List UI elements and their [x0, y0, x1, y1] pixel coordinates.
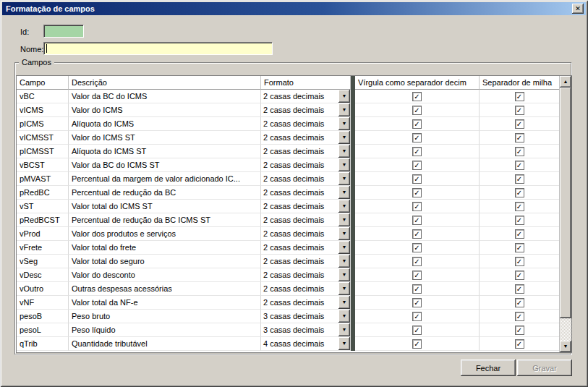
formato-combobox[interactable]: 2 casas decimais ▼ — [261, 103, 351, 117]
formato-combobox[interactable]: 3 casas decimais ▼ — [261, 323, 351, 337]
milhar-checkbox[interactable]: ✓ — [515, 229, 524, 239]
title-bar[interactable]: Formatação de campos ✕ — [2, 2, 586, 15]
table-row[interactable]: vFrete Valor total do frete 2 casas deci… — [17, 241, 559, 255]
virgula-checkbox[interactable]: ✓ — [412, 243, 422, 252]
table-row[interactable]: vICMS Valor do ICMS 2 casas decimais ▼ ✓… — [17, 103, 559, 117]
milhar-checkbox[interactable]: ✓ — [515, 257, 524, 266]
table-row[interactable]: pRedBCST Percentual de redução da BC ICM… — [17, 213, 559, 227]
virgula-checkbox[interactable]: ✓ — [412, 188, 422, 197]
virgula-checkbox[interactable]: ✓ — [412, 326, 422, 335]
virgula-checkbox[interactable]: ✓ — [412, 216, 422, 225]
combo-dropdown-icon[interactable]: ▼ — [338, 310, 350, 323]
formato-combobox[interactable]: 2 casas decimais ▼ — [261, 158, 351, 172]
milhar-checkbox[interactable]: ✓ — [515, 284, 524, 294]
combo-dropdown-icon[interactable]: ▼ — [338, 103, 350, 116]
combo-dropdown-icon[interactable]: ▼ — [338, 145, 350, 158]
combo-dropdown-icon[interactable]: ▼ — [338, 241, 350, 254]
combo-dropdown-icon[interactable]: ▼ — [338, 255, 350, 268]
combo-dropdown-icon[interactable]: ▼ — [338, 131, 350, 144]
combo-dropdown-icon[interactable]: ▼ — [338, 172, 350, 185]
combo-dropdown-icon[interactable]: ▼ — [338, 213, 350, 226]
formato-combobox[interactable]: 2 casas decimais ▼ — [261, 227, 351, 241]
virgula-checkbox[interactable]: ✓ — [412, 312, 422, 321]
scrollbar-thumb[interactable] — [560, 88, 571, 318]
combo-dropdown-icon[interactable]: ▼ — [338, 323, 350, 336]
table-row[interactable]: vDesc Valor do desconto 2 casas decimais… — [17, 268, 559, 282]
formato-combobox[interactable]: 3 casas decimais ▼ — [261, 310, 351, 323]
virgula-checkbox[interactable]: ✓ — [412, 271, 422, 280]
virgula-checkbox[interactable]: ✓ — [412, 119, 422, 129]
combo-dropdown-icon[interactable]: ▼ — [338, 90, 350, 103]
virgula-checkbox[interactable]: ✓ — [412, 284, 422, 294]
virgula-checkbox[interactable]: ✓ — [412, 174, 422, 184]
formato-combobox[interactable]: 2 casas decimais ▼ — [261, 145, 351, 158]
formato-combobox[interactable]: 2 casas decimais ▼ — [261, 268, 351, 282]
table-row[interactable]: qTrib Quantidade tributável 4 casas deci… — [17, 337, 559, 351]
milhar-checkbox[interactable]: ✓ — [515, 147, 524, 156]
formato-combobox[interactable]: 2 casas decimais ▼ — [261, 186, 351, 200]
milhar-checkbox[interactable]: ✓ — [515, 298, 524, 307]
milhar-checkbox[interactable]: ✓ — [515, 92, 524, 101]
table-row[interactable]: pesoB Peso bruto 3 casas decimais ▼ ✓ ✓ — [17, 310, 559, 323]
fechar-button[interactable]: Fechar — [461, 360, 516, 376]
table-row[interactable]: vBC Valor da BC do ICMS 2 casas decimais… — [17, 90, 559, 103]
table-row[interactable]: pMVAST Percentual da margem de valor adi… — [17, 172, 559, 186]
table-row[interactable]: vOutro Outras despesas acessórias 2 casa… — [17, 282, 559, 296]
table-row[interactable]: pICMSST Alíquota do ICMS ST 2 casas deci… — [17, 145, 559, 158]
vertical-scrollbar[interactable]: ▲ ▼ — [559, 76, 571, 352]
milhar-checkbox[interactable]: ✓ — [515, 133, 524, 143]
virgula-checkbox[interactable]: ✓ — [412, 161, 422, 170]
virgula-checkbox[interactable]: ✓ — [412, 133, 422, 143]
table-row[interactable]: vBCST Valor da BC do ICMS ST 2 casas dec… — [17, 158, 559, 172]
combo-dropdown-icon[interactable]: ▼ — [338, 282, 350, 295]
formato-combobox[interactable]: 2 casas decimais ▼ — [261, 200, 351, 213]
milhar-checkbox[interactable]: ✓ — [515, 326, 524, 335]
combo-dropdown-icon[interactable]: ▼ — [338, 200, 350, 213]
formato-combobox[interactable]: 4 casas decimais ▼ — [261, 337, 351, 351]
combo-dropdown-icon[interactable]: ▼ — [338, 227, 350, 240]
milhar-checkbox[interactable]: ✓ — [515, 202, 524, 211]
milhar-checkbox[interactable]: ✓ — [515, 339, 524, 349]
milhar-checkbox[interactable]: ✓ — [515, 243, 524, 252]
formato-combobox[interactable]: 2 casas decimais ▼ — [261, 296, 351, 310]
formato-combobox[interactable]: 2 casas decimais ▼ — [261, 241, 351, 255]
milhar-checkbox[interactable]: ✓ — [515, 106, 524, 115]
scroll-up-button[interactable]: ▲ — [560, 76, 571, 88]
table-row[interactable]: vSeg Valor total do seguro 2 casas decim… — [17, 255, 559, 268]
table-row[interactable]: pesoL Peso líquido 3 casas decimais ▼ ✓ … — [17, 323, 559, 337]
combo-dropdown-icon[interactable]: ▼ — [338, 296, 350, 309]
virgula-checkbox[interactable]: ✓ — [412, 147, 422, 156]
virgula-checkbox[interactable]: ✓ — [412, 92, 422, 101]
table-row[interactable]: vICMSST Valor do ICMS ST 2 casas decimai… — [17, 131, 559, 145]
formato-combobox[interactable]: 2 casas decimais ▼ — [261, 255, 351, 268]
scrollbar-track[interactable] — [560, 88, 571, 341]
milhar-checkbox[interactable]: ✓ — [515, 188, 524, 197]
virgula-checkbox[interactable]: ✓ — [412, 202, 422, 211]
milhar-checkbox[interactable]: ✓ — [515, 119, 524, 129]
formato-combobox[interactable]: 2 casas decimais ▼ — [261, 131, 351, 145]
virgula-checkbox[interactable]: ✓ — [412, 229, 422, 239]
close-button[interactable]: ✕ — [572, 4, 584, 14]
combo-dropdown-icon[interactable]: ▼ — [338, 337, 350, 350]
combo-dropdown-icon[interactable]: ▼ — [338, 268, 350, 281]
formato-combobox[interactable]: 2 casas decimais ▼ — [261, 90, 351, 103]
table-row[interactable]: vNF Valor total da NF-e 2 casas decimais… — [17, 296, 559, 310]
gravar-button[interactable]: Gravar — [517, 360, 572, 376]
combo-dropdown-icon[interactable]: ▼ — [338, 117, 350, 130]
formato-combobox[interactable]: 2 casas decimais ▼ — [261, 172, 351, 186]
milhar-checkbox[interactable]: ✓ — [515, 161, 524, 170]
formato-combobox[interactable]: 2 casas decimais ▼ — [261, 282, 351, 296]
table-row[interactable]: pRedBC Percentual de redução da BC 2 cas… — [17, 186, 559, 200]
virgula-checkbox[interactable]: ✓ — [412, 298, 422, 307]
virgula-checkbox[interactable]: ✓ — [412, 257, 422, 266]
formato-combobox[interactable]: 2 casas decimais ▼ — [261, 213, 351, 227]
scroll-down-button[interactable]: ▼ — [560, 341, 571, 352]
virgula-checkbox[interactable]: ✓ — [412, 106, 422, 115]
formato-combobox[interactable]: 2 casas decimais ▼ — [261, 117, 351, 131]
combo-dropdown-icon[interactable]: ▼ — [338, 186, 350, 199]
milhar-checkbox[interactable]: ✓ — [515, 216, 524, 225]
milhar-checkbox[interactable]: ✓ — [515, 174, 524, 184]
id-field[interactable] — [43, 25, 84, 38]
table-row[interactable]: vST Valor total do ICMS ST 2 casas decim… — [17, 200, 559, 213]
table-row[interactable]: vProd Valor dos produtos e serviços 2 ca… — [17, 227, 559, 241]
